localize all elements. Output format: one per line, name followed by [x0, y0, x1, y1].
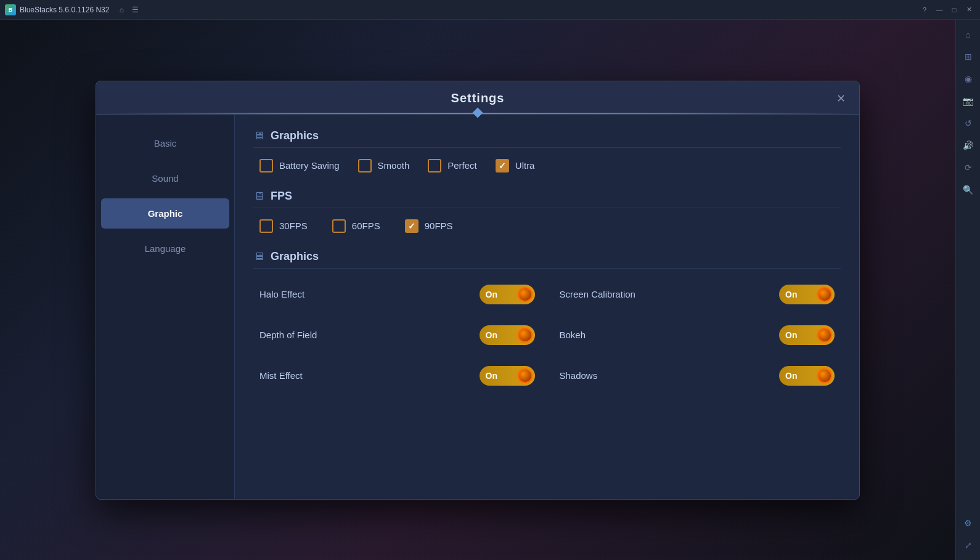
home-icon[interactable]: ⌂	[116, 5, 126, 15]
menu-icon[interactable]: ☰	[130, 5, 140, 15]
nav-item-basic[interactable]: Basic	[101, 128, 229, 158]
graphics-effects-header: 🖥 Graphics	[253, 250, 841, 269]
help-button[interactable]: ?	[918, 4, 931, 16]
halo-effect-toggle[interactable]: On	[480, 285, 535, 304]
window-controls: ? — □ ✕	[918, 4, 975, 16]
app-logo: B	[5, 4, 16, 15]
sidebar-refresh-icon[interactable]: ↺	[958, 113, 978, 133]
perfect-label: Perfect	[447, 160, 477, 171]
graphics-effects-section: 🖥 Graphics Halo Effect On	[253, 250, 841, 391]
bokeh-value: On	[785, 330, 797, 340]
battery-saving-option[interactable]: Battery Saving	[259, 159, 340, 172]
graphics-quality-header: 🖥 Graphics	[253, 129, 841, 148]
graphics-quality-title: Graphics	[271, 129, 319, 142]
fps30-checkbox[interactable]	[259, 219, 273, 233]
depth-of-field-value: On	[486, 330, 497, 340]
graphics-quality-icon: 🖥	[253, 129, 264, 142]
nav-item-graphic[interactable]: Graphic	[101, 198, 229, 229]
bokeh-knob	[817, 328, 832, 343]
perfect-checkbox[interactable]	[428, 159, 441, 172]
sidebar-home-icon[interactable]: ⌂	[958, 25, 978, 44]
dialog-close-button[interactable]: ✕	[832, 90, 849, 107]
content-area: 🖥 Graphics Battery Saving Smooth	[235, 115, 859, 499]
halo-effect-item: Halo Effect On	[259, 280, 535, 309]
screen-calibration-value: On	[785, 290, 797, 299]
nav-item-sound[interactable]: Sound	[101, 163, 229, 193]
depth-of-field-item: Depth of Field On	[259, 320, 535, 350]
fps90-checkbox[interactable]	[405, 219, 419, 233]
halo-effect-value: On	[486, 290, 497, 299]
screen-calibration-knob	[817, 287, 832, 302]
sidebar-search-icon[interactable]: 🔍	[958, 180, 978, 200]
mist-effect-toggle[interactable]: On	[480, 366, 535, 386]
shadows-knob	[817, 368, 832, 383]
screen-calibration-toggle[interactable]: On	[779, 285, 835, 304]
graphics-effects-title: Graphics	[271, 250, 319, 263]
graphics-effects-icon: 🖥	[253, 250, 264, 263]
fps-options: 30FPS 60FPS 90FPS	[253, 219, 841, 233]
fps60-option[interactable]: 60FPS	[332, 219, 380, 233]
fps30-label: 30FPS	[279, 221, 308, 231]
graphics-quality-options: Battery Saving Smooth Perfect Ultra	[253, 159, 841, 172]
ultra-checkbox[interactable]	[496, 159, 509, 172]
sidebar-apps-icon[interactable]: ⊞	[958, 47, 978, 67]
dialog-overlay: Settings ✕ Basic Sound Graphic Langua	[0, 20, 955, 560]
bokeh-toggle[interactable]: On	[779, 325, 835, 345]
shadows-value: On	[785, 371, 797, 381]
perfect-option[interactable]: Perfect	[428, 159, 477, 172]
screen-calibration-label: Screen Calibration	[560, 289, 635, 299]
sidebar-volume-icon[interactable]: 🔊	[958, 136, 978, 155]
screen-calibration-item: Screen Calibration On	[560, 280, 835, 309]
depth-of-field-knob	[518, 328, 533, 343]
smooth-checkbox[interactable]	[358, 159, 372, 172]
depth-of-field-toggle[interactable]: On	[480, 325, 535, 345]
sidebar-camera-icon[interactable]: 📷	[958, 91, 978, 111]
sidebar-user-icon[interactable]: ◉	[958, 69, 978, 89]
ultra-label: Ultra	[515, 160, 535, 171]
sidebar-expand-icon[interactable]: ⤢	[958, 535, 978, 555]
shadows-toggle[interactable]: On	[779, 366, 835, 386]
mist-effect-label: Mist Effect	[259, 370, 303, 381]
halo-effect-knob	[518, 287, 533, 302]
mist-effect-knob	[518, 368, 533, 383]
graphics-quality-section: 🖥 Graphics Battery Saving Smooth	[253, 129, 841, 172]
restore-button[interactable]: □	[948, 4, 960, 16]
bokeh-label: Bokeh	[560, 330, 586, 340]
fps60-label: 60FPS	[352, 221, 380, 231]
shadows-item: Shadows On	[560, 361, 835, 391]
bokeh-item: Bokeh On	[560, 320, 835, 350]
mist-effect-value: On	[486, 371, 497, 381]
fps60-checkbox[interactable]	[332, 219, 346, 233]
close-button[interactable]: ✕	[963, 4, 975, 16]
battery-saving-label: Battery Saving	[279, 160, 340, 171]
minimize-button[interactable]: —	[933, 4, 945, 16]
battery-saving-checkbox[interactable]	[259, 159, 273, 172]
sidebar-settings-icon[interactable]: ⚙	[958, 513, 978, 533]
taskbar-icons: ⌂ ☰	[116, 5, 140, 15]
taskbar: B BlueStacks 5.6.0.1126 N32 ⌂ ☰ ? — □ ✕	[0, 0, 980, 20]
shadows-label: Shadows	[560, 370, 598, 381]
fps30-option[interactable]: 30FPS	[259, 219, 308, 233]
dialog-body: Basic Sound Graphic Language 🖥	[96, 115, 859, 499]
sidebar-rotate-icon[interactable]: ⟳	[958, 158, 978, 177]
ultra-option[interactable]: Ultra	[496, 159, 535, 172]
fps-section: 🖥 FPS 30FPS 60FPS	[253, 190, 841, 233]
smooth-option[interactable]: Smooth	[358, 159, 410, 172]
fps90-option[interactable]: 90FPS	[405, 219, 453, 233]
fps-header: 🖥 FPS	[253, 190, 841, 208]
right-sidebar: ⌂ ⊞ ◉ 📷 ↺ 🔊 ⟳ 🔍 ⚙ ⤢	[955, 20, 980, 560]
dialog-title: Settings	[108, 91, 847, 105]
app-title: BlueStacks 5.6.0.1126 N32	[20, 6, 109, 14]
fps-icon: 🖥	[253, 190, 264, 203]
fps90-label: 90FPS	[425, 221, 453, 231]
fps-title: FPS	[271, 190, 292, 203]
mist-effect-item: Mist Effect On	[259, 361, 535, 391]
halo-effect-label: Halo Effect	[259, 289, 304, 299]
settings-dialog: Settings ✕ Basic Sound Graphic Langua	[96, 81, 860, 500]
settings-nav: Basic Sound Graphic Language	[96, 115, 235, 499]
depth-of-field-label: Depth of Field	[259, 330, 317, 340]
smooth-label: Smooth	[378, 160, 410, 171]
nav-item-language[interactable]: Language	[101, 233, 229, 264]
dialog-header: Settings ✕	[96, 81, 859, 115]
graphics-effects-grid: Halo Effect On Screen Calibration On	[253, 280, 841, 391]
